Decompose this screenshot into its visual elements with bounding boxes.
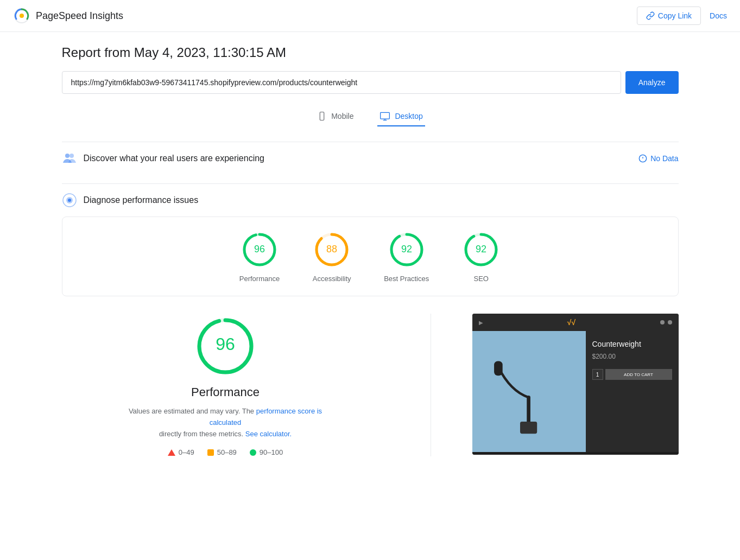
big-score-label: Performance: [191, 385, 260, 399]
values-text-start: Values are estimated and may vary. The: [129, 407, 254, 415]
best-practices-circle: 92: [387, 230, 426, 269]
legend-item-low: 0–49: [168, 448, 194, 456]
screenshot-nav-left: ▶: [479, 320, 483, 326]
screenshot-nav-icons: [660, 320, 672, 324]
performance-score-svg: 96: [240, 230, 279, 269]
real-users-section: Discover what your real users are experi…: [62, 142, 679, 175]
svg-text:96: 96: [216, 334, 235, 354]
legend-mid-range: 50–89: [217, 448, 237, 456]
screenshot-logo: √√: [567, 318, 575, 327]
tab-mobile-label: Mobile: [331, 112, 353, 120]
product-price: $200.00: [592, 353, 672, 360]
add-to-cart-button: ADD TO CART: [605, 369, 672, 380]
tab-desktop-label: Desktop: [395, 112, 422, 120]
svg-point-14: [68, 199, 71, 202]
real-users-title: Discover what your real users are experi…: [84, 154, 264, 163]
app-title: PageSpeed Insights: [36, 10, 123, 22]
screenshot-product-info: Counterweight $200.00 1 ADD TO CART: [586, 331, 679, 452]
values-text-mid: directly from these metrics.: [159, 430, 243, 438]
score-item-seo[interactable]: 92 SEO: [461, 230, 501, 283]
svg-text:88: 88: [326, 244, 337, 254]
product-name: Counterweight: [592, 340, 672, 348]
screenshot-nav: ▶ √√: [472, 314, 679, 331]
tab-desktop[interactable]: Desktop: [377, 107, 425, 126]
svg-rect-31: [520, 422, 537, 434]
legend-triangle-icon: [168, 449, 175, 456]
main-content: Report from May 4, 2023, 11:30:15 AM Ana…: [45, 32, 696, 469]
score-item-best-practices[interactable]: 92 Best Practices: [384, 230, 429, 283]
svg-point-1: [20, 14, 24, 18]
docs-button[interactable]: Docs: [710, 11, 727, 20]
report-title: Report from May 4, 2023, 11:30:15 AM: [62, 45, 679, 60]
screenshot-footer: Store preview · Speed Optimization · Web…: [472, 452, 679, 455]
diagnose-section: Diagnose performance issues 96 Performan…: [62, 183, 679, 456]
nav-icon-cart: [668, 320, 672, 324]
score-item-performance[interactable]: 96 Performance: [239, 230, 280, 283]
product-image-svg: [483, 343, 574, 440]
quantity-box: 1: [592, 369, 603, 380]
calculator-link[interactable]: See calculator.: [245, 430, 292, 438]
seo-circle: 92: [461, 230, 501, 269]
calculator-link-text: See calculator.: [245, 430, 292, 438]
screenshot-inner: ▶ √√: [472, 314, 679, 455]
svg-text:92: 92: [401, 244, 412, 254]
desktop-icon: [380, 111, 390, 121]
accessibility-circle: 88: [312, 230, 351, 269]
url-input[interactable]: [62, 71, 621, 94]
header-left: PageSpeed Insights: [13, 7, 123, 24]
site-screenshot: ▶ √√: [472, 314, 679, 455]
header: PageSpeed Insights Copy Link Docs: [0, 0, 740, 32]
svg-rect-2: [320, 112, 324, 120]
legend-circle-icon: [250, 449, 256, 456]
big-score-panel: 96 Performance Values are estimated and …: [62, 314, 389, 456]
svg-rect-4: [381, 112, 390, 119]
pagespeed-logo-icon: [13, 7, 30, 24]
no-data-badge: No Data: [638, 154, 678, 163]
score-row: 96 Performance 88 Accessibility: [75, 230, 665, 283]
legend-square-icon: [207, 449, 214, 456]
url-bar: Analyze: [62, 71, 679, 94]
best-practices-label: Best Practices: [384, 275, 429, 283]
accessibility-score-svg: 88: [312, 230, 351, 269]
link-icon: [646, 11, 655, 20]
svg-text:92: 92: [476, 244, 486, 254]
svg-rect-32: [494, 361, 503, 376]
people-icon: [62, 151, 77, 166]
svg-point-7: [65, 154, 69, 158]
score-card: 96 Performance 88 Accessibility: [62, 217, 679, 296]
values-description: Values are estimated and may vary. The p…: [117, 406, 334, 440]
diagnose-header: Diagnose performance issues: [62, 193, 679, 208]
device-tabs: Mobile Desktop: [62, 107, 679, 126]
big-performance-svg: 96: [193, 314, 258, 379]
tab-mobile[interactable]: Mobile: [315, 107, 356, 126]
add-to-cart-area: 1 ADD TO CART: [592, 369, 672, 380]
real-users-header: Discover what your real users are experi…: [62, 151, 679, 166]
performance-circle: 96: [240, 230, 279, 269]
mobile-icon: [317, 111, 327, 121]
info-icon: [638, 154, 647, 163]
performance-label: Performance: [239, 275, 280, 283]
score-item-accessibility[interactable]: 88 Accessibility: [312, 230, 351, 283]
big-performance-circle: 96: [193, 314, 258, 379]
svg-text:96: 96: [254, 244, 265, 254]
vertical-divider: [431, 314, 431, 456]
copy-link-button[interactable]: Copy Link: [637, 7, 701, 25]
accessibility-label: Accessibility: [313, 275, 351, 283]
diagnose-icon: [62, 193, 77, 208]
best-practices-score-svg: 92: [387, 230, 426, 269]
diagnose-title: Diagnose performance issues: [84, 195, 199, 205]
analyze-button[interactable]: Analyze: [625, 71, 679, 94]
real-users-header-left: Discover what your real users are experi…: [62, 151, 264, 166]
seo-score-svg: 92: [461, 230, 501, 269]
screenshot-content: Counterweight $200.00 1 ADD TO CART: [472, 331, 679, 452]
svg-point-8: [69, 154, 74, 158]
legend-low-range: 0–49: [179, 448, 194, 456]
legend-item-high: 90–100: [250, 448, 283, 456]
legend-high-range: 90–100: [260, 448, 283, 456]
screenshot-panel: ▶ √√: [472, 314, 679, 455]
screenshot-image-area: [472, 331, 586, 452]
header-right: Copy Link Docs: [637, 7, 727, 25]
no-data-label: No Data: [650, 154, 678, 163]
big-score-container: 96 Performance Values are estimated and …: [62, 314, 679, 456]
docs-label: Docs: [710, 11, 727, 20]
